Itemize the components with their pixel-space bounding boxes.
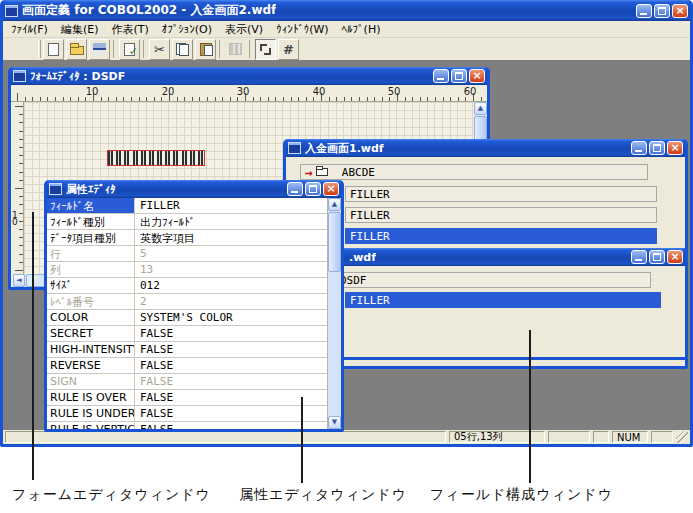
menubar: ﾌｧｲﾙ(F) 編集(E) 作表(T) ｵﾌﾟｼｮﾝ(O) 表示(V) ｳｨﾝﾄ…	[3, 21, 690, 37]
toolbar-grip[interactable]	[38, 40, 41, 58]
minimize-icon[interactable]	[287, 182, 303, 196]
attr-value: 2	[135, 294, 327, 309]
minimize-icon[interactable]	[631, 141, 647, 155]
attr-row[interactable]: ﾌｨｰﾙﾄﾞ名 FILLER	[47, 198, 327, 214]
attr-row-disabled: 行 5	[47, 246, 327, 262]
field-win2-titlebar[interactable]: .wdf	[321, 248, 685, 266]
main-titlebar[interactable]: 画面定義 for COBOL2002 - 入金画面2.wdf	[3, 0, 690, 21]
field-root-row[interactable]: → ABCDE	[300, 164, 648, 180]
attr-value[interactable]: 出力ﾌｨｰﾙﾄﾞ	[135, 214, 327, 229]
menu-edit[interactable]: 編集(E)	[55, 21, 105, 38]
attr-value: 5	[135, 246, 327, 261]
status-panel	[548, 431, 590, 443]
attr-value[interactable]: FALSE	[135, 422, 327, 429]
attr-value[interactable]: SYSTEM'S COLOR	[135, 310, 327, 325]
attr-value[interactable]: FALSE	[135, 326, 327, 341]
field-row-selected[interactable]: FILLER	[345, 292, 661, 308]
cut-button[interactable]: ✂	[149, 39, 170, 60]
field-row[interactable]: FILLER	[345, 207, 657, 223]
attribute-editor-titlebar[interactable]: 属性ｴﾃﾞｨﾀ	[47, 180, 341, 198]
vertical-scrollbar[interactable]: ▲ ▼	[328, 198, 341, 429]
minimize-icon[interactable]	[631, 250, 647, 264]
attr-value[interactable]: FALSE	[135, 358, 327, 373]
attr-row[interactable]: ｻｲｽﾞ 012	[47, 278, 327, 294]
attr-value[interactable]: 英数字項目	[135, 230, 327, 245]
scroll-up-icon[interactable]: ▲	[328, 198, 341, 211]
close-icon[interactable]	[469, 69, 485, 83]
select-mode-icon	[259, 43, 272, 56]
form-editor-titlebar[interactable]: ﾌｫｰﾑｴﾃﾞｨﾀ : DSDF	[11, 67, 487, 85]
attr-row[interactable]: RULE IS OVER FALSE	[47, 390, 327, 406]
attr-row[interactable]: SECRET FALSE	[47, 326, 327, 342]
selected-field[interactable]	[107, 150, 205, 166]
scrollbar-thumb[interactable]	[328, 212, 341, 272]
attr-row[interactable]: COLOR SYSTEM'S COLOR	[47, 310, 327, 326]
callout-label-field-structure: フィールド構成ウィンドウ	[430, 486, 613, 504]
minimize-icon[interactable]	[636, 4, 652, 18]
copy-button[interactable]	[172, 39, 193, 60]
attr-value: 13	[135, 262, 327, 277]
attr-label: COLOR	[47, 310, 135, 325]
maximize-icon[interactable]	[649, 250, 665, 264]
scroll-up-icon[interactable]: ▲	[474, 102, 487, 115]
select-mode-button[interactable]	[255, 39, 276, 60]
scroll-down-icon[interactable]: ▼	[328, 416, 341, 429]
menu-window[interactable]: ｳｨﾝﾄﾞｳ(W)	[270, 22, 334, 37]
attr-row[interactable]: RULE IS VERTICAL FALSE	[47, 422, 327, 429]
paste-button[interactable]	[195, 39, 216, 60]
close-icon[interactable]	[672, 4, 688, 18]
grid-button[interactable]: #	[278, 39, 299, 60]
maximize-icon[interactable]	[305, 182, 321, 196]
num-lock-indicator: NUM	[612, 431, 648, 443]
menu-view[interactable]: 表示(V)	[219, 21, 269, 38]
attr-value[interactable]: 012	[135, 278, 327, 293]
menu-file[interactable]: ﾌｧｲﾙ(F)	[5, 22, 54, 37]
attr-value[interactable]: FALSE	[135, 342, 327, 357]
mdi-area: ﾌｫｰﾑｴﾃﾞｨﾀ : DSDF 10 20 30 40 50 60	[3, 60, 690, 430]
attr-value[interactable]: FALSE	[135, 390, 327, 405]
attribute-editor-icon	[49, 183, 62, 195]
toolbar-separator	[143, 40, 144, 58]
field-row-selected[interactable]: FILLER	[345, 228, 657, 244]
save-button[interactable]	[89, 39, 110, 60]
form-editor-icon	[13, 70, 26, 82]
attr-value[interactable]: FILLER	[135, 198, 327, 213]
attr-row[interactable]: HIGH-INTENSITY FALSE	[47, 342, 327, 358]
toolbar: ✂ #	[3, 37, 690, 60]
menu-help[interactable]: ﾍﾙﾌﾟ(H)	[336, 22, 387, 37]
field-win1-titlebar[interactable]: 入金画面1.wdf	[286, 139, 685, 157]
attr-row-disabled: 列 13	[47, 262, 327, 278]
open-button[interactable]	[66, 39, 87, 60]
close-icon[interactable]	[667, 250, 683, 264]
check-button[interactable]	[119, 39, 140, 60]
new-button[interactable]	[43, 39, 64, 60]
horizontal-ruler: 10 20 30 40 50 60	[11, 85, 487, 102]
attr-row[interactable]: ﾃﾞｰﾀ項目種別 英数字項目	[47, 230, 327, 246]
maximize-icon[interactable]	[451, 69, 467, 83]
field-row[interactable]: FILLER	[345, 186, 657, 202]
field-root-row[interactable]: DSDF	[335, 272, 651, 288]
columns-icon	[229, 43, 242, 55]
screenshot-root: 画面定義 for COBOL2002 - 入金画面2.wdf ﾌｧｲﾙ(F) 編…	[0, 0, 693, 513]
minimize-icon[interactable]	[433, 69, 449, 83]
toolbar-separator	[249, 40, 250, 58]
attr-value[interactable]: FALSE	[135, 406, 327, 421]
close-icon[interactable]	[667, 141, 683, 155]
open-icon	[70, 46, 84, 55]
attr-row[interactable]: RULE IS UNDER FALSE	[47, 406, 327, 422]
status-panel	[593, 431, 609, 443]
menu-option[interactable]: ｵﾌﾟｼｮﾝ(O)	[156, 22, 218, 37]
maximize-icon[interactable]	[649, 141, 665, 155]
attr-label: ﾌｨｰﾙﾄﾞ種別	[47, 214, 135, 229]
attr-row[interactable]: ﾌｨｰﾙﾄﾞ種別 出力ﾌｨｰﾙﾄﾞ	[47, 214, 327, 230]
toolbar-separator	[113, 40, 114, 58]
menu-table[interactable]: 作表(T)	[105, 21, 154, 38]
resize-grip[interactable]	[676, 431, 688, 443]
close-icon[interactable]	[323, 182, 339, 196]
maximize-icon[interactable]	[654, 4, 670, 18]
field-structure-window-2: .wdf DSDF FILLER	[318, 248, 688, 360]
callout-label-form-editor: フォームエディタウィンドウ	[12, 486, 211, 504]
scroll-left-icon[interactable]: ◄	[13, 274, 25, 287]
attr-label: RULE IS VERTICAL	[47, 422, 135, 429]
attr-row[interactable]: REVERSE FALSE	[47, 358, 327, 374]
